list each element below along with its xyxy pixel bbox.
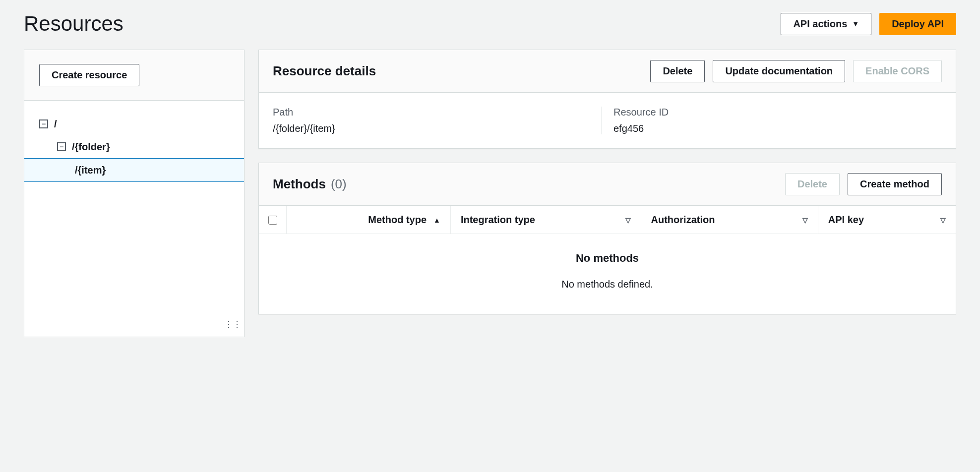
collapse-icon[interactable]: − <box>57 142 66 151</box>
column-integration-type[interactable]: Integration type ▽ <box>451 206 641 234</box>
column-label: Method type <box>368 214 427 226</box>
collapse-icon[interactable]: − <box>39 119 48 128</box>
resource-tree-panel: Create resource − / − /{folder} /{item} … <box>24 50 245 337</box>
tree-node-folder[interactable]: − /{folder} <box>24 135 244 158</box>
sort-icon: ▽ <box>802 216 808 224</box>
select-all-column[interactable] <box>259 206 287 234</box>
api-actions-dropdown[interactable]: API actions ▼ <box>781 13 871 35</box>
deploy-api-button[interactable]: Deploy API <box>879 13 956 35</box>
column-label: API key <box>828 214 864 226</box>
path-label: Path <box>273 107 589 118</box>
sort-ascending-icon: ▲ <box>433 216 440 224</box>
methods-title: Methods <box>273 177 326 192</box>
resource-id-label: Resource ID <box>613 107 930 118</box>
resource-details-panel: Resource details Delete Update documenta… <box>258 50 956 149</box>
resource-id-value: efg456 <box>613 123 930 134</box>
enable-cors-button: Enable CORS <box>853 60 942 82</box>
tree-node-item[interactable]: /{item} <box>24 158 244 182</box>
resource-details-title: Resource details <box>273 63 376 79</box>
tree-node-label: /{item} <box>75 162 106 178</box>
api-actions-label: API actions <box>793 18 847 30</box>
create-method-button[interactable]: Create method <box>848 173 942 195</box>
column-method-type[interactable]: Method type ▲ <box>287 206 451 234</box>
delete-resource-button[interactable]: Delete <box>650 60 705 82</box>
update-documentation-button[interactable]: Update documentation <box>713 60 845 82</box>
methods-empty-title: No methods <box>259 252 956 265</box>
tree-node-label: / <box>54 116 57 132</box>
path-value: /{folder}/{item} <box>273 123 589 134</box>
select-all-checkbox[interactable] <box>268 216 277 225</box>
methods-count: (0) <box>331 177 347 192</box>
delete-method-button: Delete <box>785 173 840 195</box>
caret-down-icon: ▼ <box>852 20 859 28</box>
methods-table-header: Method type ▲ Integration type ▽ Authori… <box>259 206 956 234</box>
methods-panel: Methods (0) Delete Create method Method … <box>258 163 956 314</box>
page-title: Resources <box>24 12 123 36</box>
tree-node-root[interactable]: − / <box>24 113 244 135</box>
tree-node-label: /{folder} <box>72 138 110 155</box>
sort-icon: ▽ <box>940 216 946 224</box>
resize-handle-icon[interactable]: ⋮⋮ <box>224 319 241 330</box>
column-api-key[interactable]: API key ▽ <box>818 206 956 234</box>
column-authorization[interactable]: Authorization ▽ <box>641 206 818 234</box>
methods-empty-subtitle: No methods defined. <box>259 279 956 290</box>
create-resource-button[interactable]: Create resource <box>39 64 139 86</box>
column-label: Integration type <box>461 214 535 226</box>
sort-icon: ▽ <box>625 216 631 224</box>
column-label: Authorization <box>651 214 715 226</box>
